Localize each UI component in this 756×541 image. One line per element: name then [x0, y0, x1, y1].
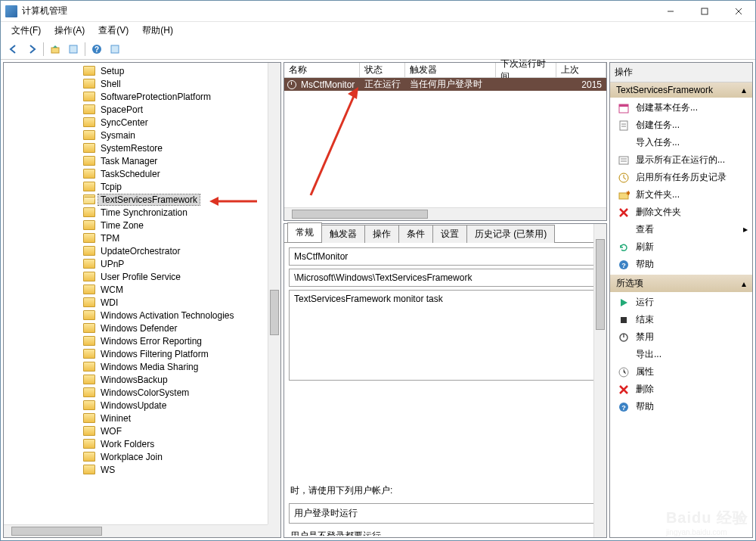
tree-item[interactable]: Wininet	[4, 412, 280, 424]
action-item[interactable]: ?帮助	[610, 398, 752, 415]
detail-name: MsCtfMonitor	[289, 247, 602, 266]
action-item[interactable]: 属性	[610, 363, 752, 381]
col-trigger[interactable]: 触发器	[405, 63, 496, 77]
tree-item[interactable]: Windows Defender	[4, 322, 280, 334]
properties-button[interactable]	[65, 41, 82, 58]
tree-item[interactable]: WOF	[4, 424, 280, 437]
folder-icon	[83, 79, 95, 89]
tree-item[interactable]: TextServicesFramework	[4, 193, 280, 206]
action-item[interactable]: 结束	[610, 311, 752, 328]
action-item[interactable]: 刷新	[610, 238, 752, 256]
tree-item[interactable]: WCM	[4, 283, 280, 296]
action-item[interactable]: 导出...	[610, 346, 752, 363]
maximize-button[interactable]	[687, 1, 721, 22]
forward-button[interactable]	[23, 41, 40, 58]
action-item[interactable]: 创建任务...	[610, 117, 752, 134]
action-item[interactable]: 显示所有正在运行的...	[610, 151, 752, 169]
menu-action[interactable]: 操作(A)	[48, 23, 91, 39]
action-item[interactable]: 启用所有任务历史记录	[610, 169, 752, 186]
col-name[interactable]: 名称	[284, 63, 360, 77]
tree-item[interactable]: Task Manager	[4, 154, 280, 167]
tree-scroll-v[interactable]	[268, 63, 280, 524]
tree-label: WS	[98, 465, 117, 475]
tree-item[interactable]: Setup	[4, 64, 280, 77]
tree-item[interactable]: WindowsColorSystem	[4, 386, 280, 399]
tree-item[interactable]: Tcpip	[4, 180, 280, 193]
menu-help[interactable]: 帮助(H)	[136, 23, 179, 39]
tree-label: SpacePort	[98, 104, 145, 115]
folder-tree[interactable]: SetupShellSoftwareProtectionPlatformSpac…	[4, 63, 280, 537]
menu-view[interactable]: 查看(V)	[92, 23, 135, 39]
tree-label: WCM	[98, 284, 125, 295]
folder-icon	[83, 246, 95, 256]
col-next[interactable]: 下次运行时间	[496, 63, 556, 77]
tree-item[interactable]: WindowsBackup	[4, 373, 280, 386]
tree-item[interactable]: SystemRestore	[4, 141, 280, 154]
action-label: 运行	[636, 296, 654, 309]
tree-label: Time Zone	[98, 220, 146, 231]
up-button[interactable]	[47, 41, 64, 58]
detail-scroll-v[interactable]	[593, 224, 606, 537]
tree-item[interactable]: UPnP	[4, 257, 280, 270]
folder-icon	[83, 387, 95, 397]
tree-item[interactable]: TaskScheduler	[4, 167, 280, 180]
task-row[interactable]: MsCtfMonitor 正在运行 当任何用户登录时 2015	[284, 78, 606, 91]
tree-scroll-h[interactable]	[4, 524, 268, 537]
close-button[interactable]	[721, 1, 755, 22]
tree-item[interactable]: WindowsUpdate	[4, 399, 280, 412]
back-button[interactable]	[5, 41, 22, 58]
tree-label: SystemRestore	[98, 143, 165, 154]
action-item[interactable]: 运行	[610, 294, 752, 311]
action-item[interactable]: ✱新文件夹...	[610, 186, 752, 204]
tree-item[interactable]: Time Synchronization	[4, 206, 280, 219]
tree-item[interactable]: SyncCenter	[4, 116, 280, 129]
refresh-button[interactable]	[107, 41, 123, 58]
tab-conditions[interactable]: 条件	[398, 225, 433, 243]
folder-icon	[83, 439, 95, 449]
svg-rect-5	[70, 45, 77, 53]
window-title: 计算机管理	[22, 5, 653, 17]
tree-item[interactable]: Windows Activation Technologies	[4, 309, 280, 322]
action-item[interactable]: 删除	[610, 381, 752, 398]
detail-note3: 用户是不登录都要运行	[289, 527, 602, 536]
list-icon	[618, 154, 630, 166]
tab-actions[interactable]: 操作	[364, 225, 399, 243]
tab-history[interactable]: 历史记录 (已禁用)	[466, 225, 555, 243]
action-item[interactable]: 禁用	[610, 328, 752, 346]
tab-general[interactable]: 常规	[287, 222, 322, 242]
col-last[interactable]: 上次	[556, 63, 606, 77]
tree-label: Windows Defender	[98, 323, 179, 334]
action-item[interactable]: 删除文件夹	[610, 204, 752, 221]
tree-item[interactable]: Work Folders	[4, 437, 280, 450]
help-button[interactable]: ?	[88, 41, 105, 58]
tree-item[interactable]: WS	[4, 463, 280, 476]
tree-item[interactable]: SpacePort	[4, 103, 280, 116]
action-item[interactable]: ?帮助	[610, 256, 752, 273]
tab-settings[interactable]: 设置	[432, 225, 467, 243]
tree-item[interactable]: Shell	[4, 77, 280, 90]
tab-triggers[interactable]: 触发器	[321, 225, 365, 243]
tree-item[interactable]: Sysmain	[4, 129, 280, 141]
minimize-button[interactable]	[653, 1, 687, 22]
tasklist-scroll-h[interactable]	[284, 207, 606, 220]
disable-icon	[618, 331, 630, 344]
action-item[interactable]: 查看▶	[610, 221, 752, 238]
tree-item[interactable]: Time Zone	[4, 219, 280, 232]
history-icon	[618, 172, 630, 184]
tree-item[interactable]: Windows Filtering Platform	[4, 347, 280, 360]
menu-file[interactable]: 文件(F)	[5, 23, 47, 39]
tree-item[interactable]: TPM	[4, 232, 280, 244]
tree-item[interactable]: Windows Error Reporting	[4, 334, 280, 347]
submenu-arrow-icon: ▶	[743, 226, 748, 233]
tree-item[interactable]: User Profile Service	[4, 270, 280, 283]
action-item[interactable]: 创建基本任务...	[610, 99, 752, 117]
action-section-2[interactable]: 所选项 ▴	[610, 275, 752, 292]
tree-item[interactable]: UpdateOrchestrator	[4, 244, 280, 257]
col-status[interactable]: 状态	[360, 63, 405, 77]
tree-item[interactable]: Workplace Join	[4, 450, 280, 463]
action-item[interactable]: 导入任务...	[610, 134, 752, 151]
tree-item[interactable]: Windows Media Sharing	[4, 360, 280, 373]
action-section-1[interactable]: TextServicesFramework ▴	[610, 82, 752, 98]
tree-item[interactable]: WDI	[4, 296, 280, 309]
tree-item[interactable]: SoftwareProtectionPlatform	[4, 90, 280, 103]
